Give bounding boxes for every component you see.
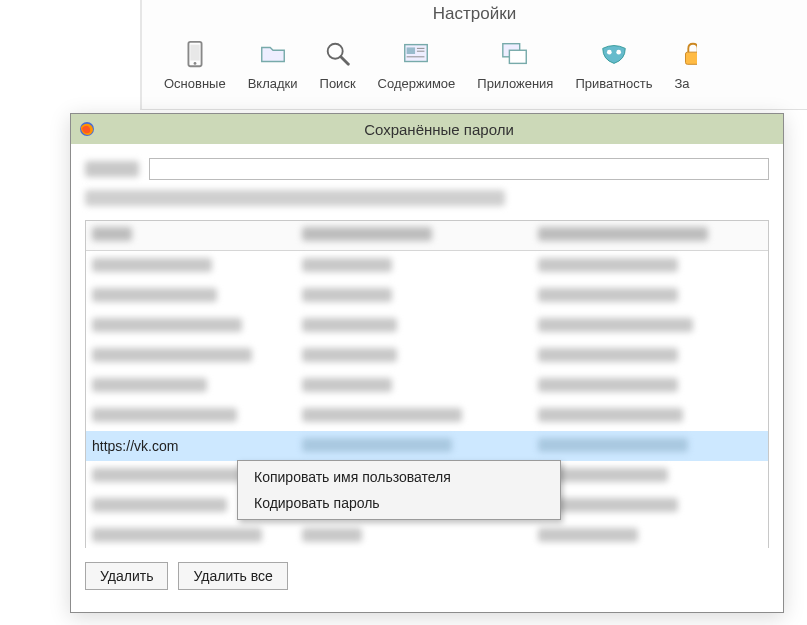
tab-privacy[interactable]: Приватность [565, 34, 662, 93]
table-row-selected[interactable]: https://vk.com [86, 431, 768, 461]
menu-copy-password[interactable]: Кодировать пароль [240, 490, 558, 516]
svg-rect-6 [407, 47, 415, 54]
context-menu: Копировать имя пользователя Кодировать п… [237, 460, 561, 520]
settings-toolbar: Основные Вкладки Поиск Содержимое Прилож… [142, 30, 807, 93]
svg-point-12 [607, 50, 612, 55]
svg-point-13 [616, 50, 621, 55]
tab-label: Основные [164, 76, 226, 91]
saved-passwords-dialog: Сохранённые пароли [70, 113, 784, 613]
svg-rect-11 [510, 50, 527, 63]
search-label-blurred [85, 161, 139, 177]
table-row[interactable] [86, 401, 768, 431]
tab-content[interactable]: Содержимое [368, 34, 466, 93]
dialog-title: Сохранённые пароли [103, 121, 775, 138]
tab-label: За [675, 76, 690, 91]
menu-copy-username[interactable]: Копировать имя пользователя [240, 464, 558, 490]
button-row: Удалить Удалить все [85, 548, 769, 590]
lock-icon [675, 36, 697, 72]
mask-icon [596, 36, 632, 72]
svg-rect-1 [190, 45, 199, 61]
tab-security[interactable]: За [665, 34, 697, 93]
svg-rect-14 [685, 52, 697, 64]
search-icon [320, 36, 356, 72]
tab-label: Приложения [477, 76, 553, 91]
tab-applications[interactable]: Приложения [467, 34, 563, 93]
tab-general[interactable]: Основные [154, 34, 236, 93]
tab-label: Приватность [575, 76, 652, 91]
delete-all-button[interactable]: Удалить все [178, 562, 287, 590]
delete-button[interactable]: Удалить [85, 562, 168, 590]
settings-panel: Настройки Основные Вкладки Поиск Содержи… [140, 0, 807, 110]
tab-search[interactable]: Поиск [310, 34, 366, 93]
tab-label: Вкладки [248, 76, 298, 91]
folder-icon [255, 36, 291, 72]
search-input[interactable] [149, 158, 769, 180]
windows-icon [497, 36, 533, 72]
table-row[interactable] [86, 521, 768, 548]
phone-icon [177, 36, 213, 72]
description-blurred [85, 190, 505, 206]
tab-label: Поиск [320, 76, 356, 91]
table-row[interactable] [86, 281, 768, 311]
search-row [85, 158, 769, 180]
content-icon [398, 36, 434, 72]
table-row[interactable] [86, 371, 768, 401]
table-row[interactable] [86, 311, 768, 341]
tab-label: Содержимое [378, 76, 456, 91]
tab-tabs[interactable]: Вкладки [238, 34, 308, 93]
settings-title: Настройки [142, 0, 807, 30]
table-row[interactable] [86, 251, 768, 281]
dialog-body: https://vk.com Удалить [71, 144, 783, 604]
dialog-titlebar[interactable]: Сохранённые пароли [71, 114, 783, 144]
firefox-icon [79, 121, 95, 137]
svg-point-2 [193, 62, 196, 65]
svg-line-4 [340, 57, 348, 65]
table-header[interactable] [86, 221, 768, 251]
table-row[interactable] [86, 341, 768, 371]
site-cell: https://vk.com [86, 438, 296, 454]
